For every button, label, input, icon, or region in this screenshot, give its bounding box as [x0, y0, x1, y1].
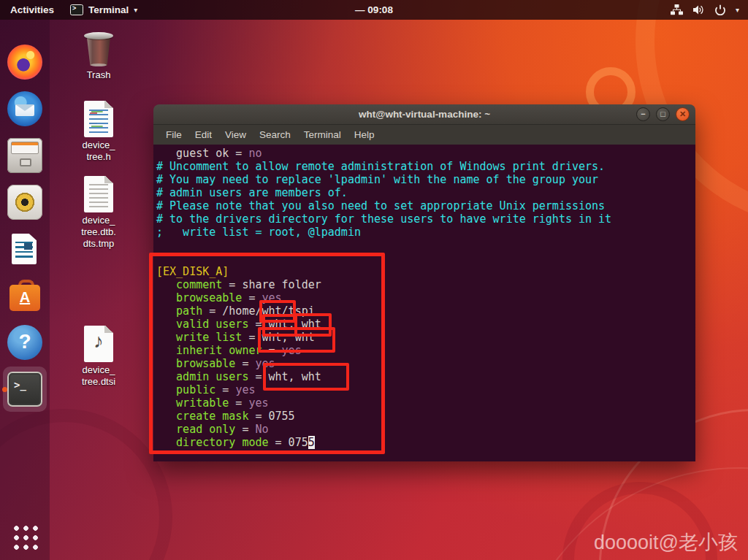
maximize-icon: □ [657, 108, 669, 120]
desktop: Activities Terminal ▾ — 09:08 ▾ Trashd [0, 0, 748, 560]
activities-button[interactable]: Activities [10, 4, 54, 15]
dock-item-help[interactable] [7, 325, 42, 360]
terminal-line: # Uncomment to allow remote administrati… [156, 160, 695, 173]
menu-search[interactable]: Search [253, 129, 297, 140]
terminal-line: guest ok = no [156, 147, 695, 160]
desktop-icon-label: device_tree.dtsi [70, 364, 127, 388]
annotation-box [263, 363, 349, 391]
dock-item-libreoffice-writer[interactable] [7, 231, 42, 266]
caret-down-icon: ▾ [736, 6, 739, 14]
close-icon: ✕ [676, 108, 689, 120]
terminal-icon [70, 4, 83, 15]
system-tray[interactable]: ▾ [671, 4, 748, 15]
text-file-icon [83, 176, 114, 212]
desktop-icon-label: device_tree.dtb.dts.tmp [70, 215, 127, 250]
menu-bar: FileEditViewSearchTerminalHelp [153, 125, 695, 145]
app-grid-icon[interactable] [11, 523, 39, 551]
menu-terminal[interactable]: Terminal [297, 129, 348, 140]
terminal-line: # admin users are members of. [156, 186, 695, 199]
dock-item-terminal[interactable] [7, 372, 42, 407]
libreoffice-writer-icon [7, 231, 42, 266]
desktop-icon-label: device_tree.h [70, 139, 127, 163]
ubuntu-software-icon [7, 278, 42, 313]
desktop-icon-trash[interactable]: Trash [70, 31, 127, 81]
terminal-line: # Please note that you also need to set … [156, 199, 695, 212]
title-bar[interactable]: wht@wht-virtual-machine: ~ −□✕ [153, 104, 695, 125]
minimize-icon: − [637, 108, 649, 120]
annotation-box [149, 253, 385, 454]
terminal-line: # to the drivers directory for these use… [156, 212, 695, 226]
dock [0, 20, 50, 560]
terminal-line [156, 239, 695, 252]
window-title: wht@wht-virtual-machine: ~ [359, 109, 490, 120]
maximize-button[interactable]: □ [656, 107, 670, 121]
menu-view[interactable]: View [218, 129, 253, 140]
desktop-icon-device-tree-h[interactable]: device_tree.h [70, 101, 127, 163]
desktop-icon-device-tree-dts[interactable]: ♪device_tree.dtsi [70, 326, 127, 388]
dock-item-ubuntu-software[interactable] [7, 278, 42, 313]
trash-icon [83, 31, 115, 67]
menu-edit[interactable]: Edit [188, 129, 218, 140]
menu-help[interactable]: Help [348, 129, 381, 140]
app-menu-terminal[interactable]: Terminal ▾ [70, 4, 137, 15]
desktop-icon-device-tree-dtb-dts-tmp[interactable]: device_tree.dtb.dts.tmp [70, 176, 127, 250]
dock-item-rhythmbox[interactable] [7, 185, 42, 220]
audio-file-icon: ♪ [83, 326, 114, 362]
caret-down-icon: ▾ [134, 6, 137, 14]
annotation-box [258, 327, 335, 353]
thunderbird-icon [7, 91, 42, 126]
dock-item-files[interactable] [7, 138, 42, 173]
menu-file[interactable]: File [159, 129, 188, 140]
terminal-line: # You may need to replace 'lpadmin' with… [156, 173, 695, 186]
terminal-line: ; write list = root, @lpadmin [156, 226, 695, 239]
minimize-button[interactable]: − [636, 107, 650, 121]
files-icon [7, 138, 42, 173]
help-icon [7, 325, 42, 360]
clock[interactable]: — 09:08 [355, 4, 393, 15]
app-menu-label: Terminal [88, 4, 129, 15]
power-icon [714, 4, 726, 15]
vim-file-info: "/etc/samba/smb.conf" 276L, 9845C [156, 460, 374, 461]
rhythmbox-icon [7, 185, 42, 220]
watermark: dooooit@老小孩 [594, 529, 738, 556]
top-bar: Activities Terminal ▾ — 09:08 ▾ [0, 0, 748, 20]
network-icon [671, 4, 683, 15]
terminal-icon [7, 372, 42, 407]
close-button[interactable]: ✕ [676, 107, 690, 121]
dock-item-firefox[interactable] [7, 45, 42, 80]
volume-icon [692, 4, 705, 15]
desktop-icon-label: Trash [70, 69, 127, 81]
firefox-icon [7, 45, 42, 80]
running-indicator-dot [2, 387, 7, 392]
dock-item-thunderbird[interactable] [7, 91, 42, 126]
code-file-icon [83, 101, 114, 137]
